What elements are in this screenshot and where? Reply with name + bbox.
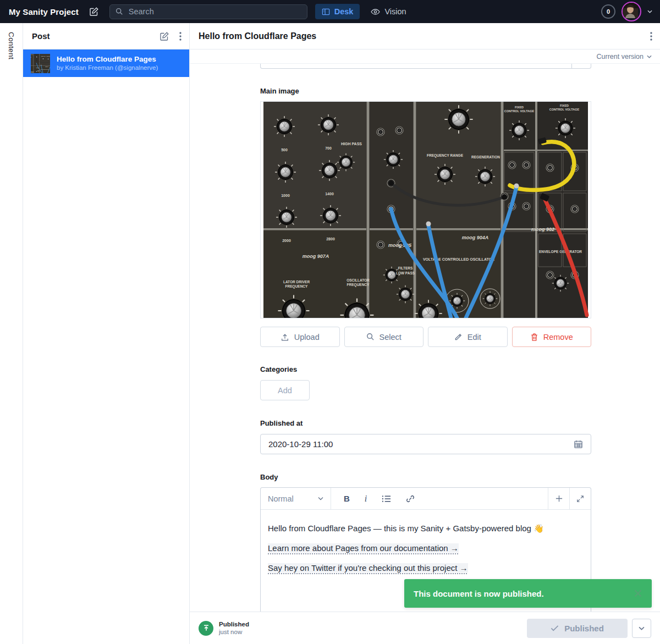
- fullscreen-button[interactable]: [569, 488, 591, 509]
- publish-status-title: Published: [219, 620, 249, 628]
- body-label: Body: [260, 473, 591, 481]
- body-paragraph[interactable]: Hello from Cloudflare Pages — this is my…: [268, 522, 584, 535]
- version-selector[interactable]: Current version: [190, 49, 660, 64]
- svg-text:1000: 1000: [281, 194, 290, 197]
- eye-icon: [371, 8, 380, 16]
- document-title: Hello from Cloudflare Pages: [199, 31, 316, 41]
- select-button[interactable]: Select: [344, 327, 424, 347]
- post-thumbnail: [31, 54, 50, 73]
- desk-icon: [322, 8, 330, 16]
- italic-button[interactable]: i: [365, 494, 367, 504]
- sanity-studio: My Sanity Project Desk: [0, 0, 660, 644]
- svg-text:HIGH PASS: HIGH PASS: [341, 142, 362, 146]
- svg-text:2800: 2800: [326, 237, 335, 241]
- svg-text:REGENERATION: REGENERATION: [471, 155, 500, 159]
- upload-button[interactable]: Upload: [260, 327, 340, 347]
- bold-button[interactable]: B: [344, 494, 350, 503]
- list-menu-kebab-icon[interactable]: [179, 32, 182, 41]
- body-content[interactable]: Hello from Cloudflare Pages — this is my…: [261, 510, 591, 587]
- document-footer: Published just now Published: [190, 612, 660, 644]
- top-navbar: My Sanity Project Desk: [0, 0, 660, 23]
- content-rail-label[interactable]: Content: [7, 32, 15, 59]
- toast-message: This document is now published.: [414, 589, 544, 598]
- svg-text:moog 907A: moog 907A: [302, 254, 329, 259]
- document-form: Main image: [190, 64, 660, 612]
- bullet-list-button[interactable]: [382, 495, 391, 503]
- new-document-icon[interactable]: [89, 7, 99, 16]
- svg-text:VOLTAGE CONTROLLED OSCILLATOR: VOLTAGE CONTROLLED OSCILLATOR: [423, 257, 494, 261]
- publish-status-time: just now: [219, 628, 249, 636]
- create-post-icon[interactable]: [160, 31, 169, 41]
- badge-count: 0: [607, 8, 610, 15]
- svg-text:moog 904A: moog 904A: [462, 235, 489, 240]
- list-item-post[interactable]: Hello from Cloudflare Pages by Kristian …: [23, 49, 189, 77]
- list-pane-title: Post: [32, 31, 50, 41]
- list-item-title: Hello from Cloudflare Pages: [57, 54, 158, 64]
- text-style-select[interactable]: Normal: [261, 488, 331, 509]
- topbar-right: 0: [601, 2, 652, 21]
- svg-text:FIXED: FIXED: [560, 104, 569, 107]
- main-image-preview[interactable]: 500700 10001400 20002800 HIGH PASS: [260, 101, 591, 318]
- search-input[interactable]: [128, 7, 284, 16]
- chevron-down-icon: [318, 497, 323, 500]
- svg-text:ENVELOPE GENERATOR: ENVELOPE GENERATOR: [539, 250, 582, 254]
- svg-text:moog 902: moog 902: [531, 227, 554, 232]
- svg-text:OSCILLATOR: OSCILLATOR: [346, 278, 370, 282]
- body-link-twitter[interactable]: Say hey on Twitter if you're checking ou…: [268, 563, 468, 573]
- svg-text:1400: 1400: [325, 192, 334, 196]
- plus-icon: [555, 494, 563, 503]
- main-image-label: Main image: [260, 87, 591, 95]
- content-rail: Content: [0, 23, 23, 644]
- categories-label: Categories: [260, 365, 591, 373]
- published-at-input[interactable]: 2020-10-29 11:00: [260, 434, 591, 454]
- body-toolbar: Normal B i: [261, 488, 591, 510]
- chevron-down-icon: [647, 55, 652, 58]
- edit-button[interactable]: Edit: [428, 327, 508, 347]
- user-menu-chevron-icon[interactable]: [647, 10, 652, 13]
- pencil-icon: [454, 333, 463, 341]
- svg-text:FILTERS: FILTERS: [398, 266, 413, 270]
- version-label: Current version: [597, 53, 644, 60]
- chevron-down-icon: [639, 626, 645, 630]
- search-bar[interactable]: [109, 4, 307, 19]
- svg-text:FIXED: FIXED: [515, 106, 524, 109]
- published-at-label: Published at: [260, 419, 591, 427]
- svg-text:LATOR DRIVER: LATOR DRIVER: [283, 280, 310, 284]
- svg-text:LOW PASS: LOW PASS: [396, 271, 415, 275]
- svg-text:FREQUENCY: FREQUENCY: [285, 284, 308, 289]
- publish-button[interactable]: Published: [527, 619, 628, 638]
- add-category-button[interactable]: Add: [260, 380, 310, 400]
- svg-text:FREQUENCY: FREQUENCY: [347, 283, 370, 287]
- search-icon: [116, 8, 123, 15]
- tab-vision[interactable]: Vision: [364, 4, 413, 19]
- tab-desk-label: Desk: [334, 7, 354, 16]
- body-link-documentation[interactable]: Learn more about Pages from our document…: [268, 543, 459, 553]
- close-icon[interactable]: [634, 589, 642, 598]
- svg-text:2000: 2000: [282, 239, 291, 243]
- svg-text:CONTROL VOLTAGE: CONTROL VOLTAGE: [549, 108, 580, 111]
- svg-text:700: 700: [325, 146, 332, 150]
- tab-desk[interactable]: Desk: [315, 4, 360, 19]
- avatar[interactable]: [622, 2, 641, 21]
- expand-icon: [576, 495, 584, 503]
- document-header: Hello from Cloudflare Pages: [190, 23, 660, 49]
- svg-text:FREQUENCY RANGE: FREQUENCY RANGE: [427, 153, 464, 158]
- calendar-icon[interactable]: [574, 439, 583, 449]
- upload-icon: [280, 333, 289, 342]
- status-badge[interactable]: 0: [601, 4, 615, 19]
- document-menu-kebab-icon[interactable]: [650, 32, 652, 41]
- document-editor-pane: Hello from Cloudflare Pages Current vers…: [190, 23, 660, 644]
- check-icon: [551, 625, 559, 631]
- svg-text:CONTROL VOLTAGE: CONTROL VOLTAGE: [504, 109, 535, 113]
- svg-text:500: 500: [281, 148, 288, 152]
- link-button[interactable]: [406, 494, 415, 503]
- app-body: Content Post: [0, 23, 660, 644]
- search-icon: [366, 333, 375, 341]
- publish-menu-chevron-button[interactable]: [632, 619, 651, 638]
- published-at-value: 2020-10-29 11:00: [268, 439, 333, 449]
- clipped-slug-field[interactable]: [260, 64, 591, 69]
- document-list-pane: Post: [23, 23, 190, 644]
- insert-block-button[interactable]: [548, 488, 569, 509]
- publish-status-icon: [199, 621, 213, 636]
- remove-button[interactable]: Remove: [512, 327, 592, 347]
